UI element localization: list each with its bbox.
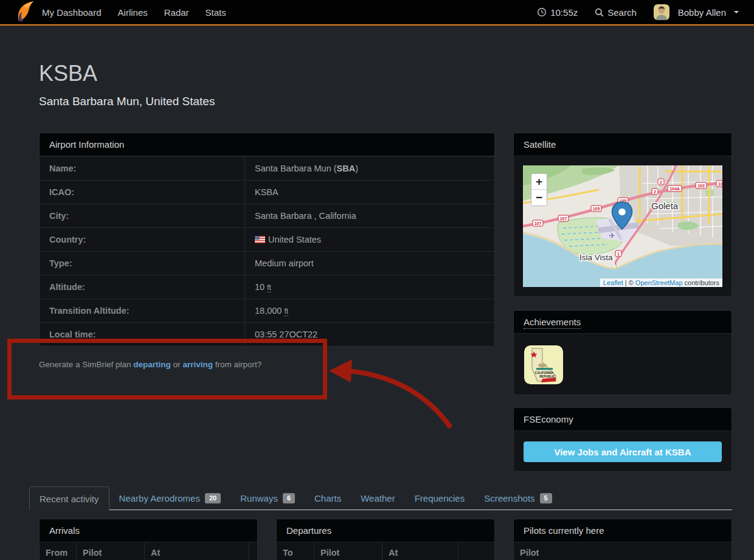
info-row-city: City: Santa Barbara , California bbox=[40, 204, 494, 227]
simbrief-departing-link[interactable]: departing bbox=[133, 360, 171, 369]
svg-text:10: 10 bbox=[718, 182, 722, 186]
achievements-title: Achievements bbox=[524, 317, 581, 329]
map-attribution: Leaflet| ©OpenStreetMapcontributors bbox=[600, 278, 722, 287]
tab-nearby-aerodromes[interactable]: Nearby Aerodromes20 bbox=[109, 486, 231, 510]
main-menu: My Dashboard Airlines Radar Stats bbox=[42, 7, 226, 18]
nav-airlines[interactable]: Airlines bbox=[118, 7, 148, 18]
arrivals-title: Arrivals bbox=[40, 519, 257, 542]
map-label-goleta: Goleta bbox=[651, 201, 679, 211]
map-zoom-control: + − bbox=[531, 173, 547, 206]
annotation-highlight-box bbox=[7, 339, 327, 399]
leaflet-map[interactable]: ✈ 107 107 105 105 2 104A 103 10 2 1 bbox=[523, 165, 722, 287]
achievements-panel: Achievements CALIFORNIA REPUBLIC bbox=[513, 310, 732, 395]
zulu-time-value: 10:55z bbox=[550, 7, 578, 18]
nav-stats[interactable]: Stats bbox=[206, 7, 226, 18]
info-row-transition-altitude: Transition Altitude: 18,000 ft bbox=[40, 299, 494, 322]
california-republic-badge[interactable]: CALIFORNIA REPUBLIC bbox=[524, 345, 563, 384]
unit-abbr: ft bbox=[284, 307, 288, 316]
fseconomy-title: FSEconomy bbox=[514, 408, 732, 431]
fseconomy-panel: FSEconomy View Jobs and Aircraft at KSBA bbox=[513, 407, 732, 472]
nav-my-dashboard[interactable]: My Dashboard bbox=[42, 7, 102, 18]
map-tiles: ✈ 107 107 105 105 2 104A 103 10 2 1 bbox=[523, 165, 722, 287]
svg-text:2: 2 bbox=[660, 180, 662, 184]
simbrief-line: Generate a SimBrief plan departing or ar… bbox=[39, 360, 261, 369]
page-subtitle: Santa Barbara Mun, United States bbox=[39, 95, 215, 108]
svg-text:1: 1 bbox=[617, 252, 620, 256]
departures-panel: Departures To Pilot At bbox=[276, 519, 495, 560]
count-badge: 5 bbox=[540, 493, 552, 503]
airport-information-panel: Airport Information Name: Santa Barbara … bbox=[39, 133, 495, 347]
svg-text:2: 2 bbox=[654, 190, 656, 194]
svg-text:103: 103 bbox=[697, 184, 705, 188]
tab-charts[interactable]: Charts bbox=[305, 486, 351, 510]
departures-title: Departures bbox=[277, 519, 494, 542]
simbrief-arriving-link[interactable]: arriving bbox=[182, 360, 213, 369]
svg-text:107: 107 bbox=[534, 221, 542, 226]
pilots-here-title: Pilots currently here bbox=[514, 519, 732, 542]
info-row-type: Type: Medium airport bbox=[40, 251, 494, 275]
tab-weather[interactable]: Weather bbox=[351, 486, 404, 510]
pilots-header-row: Pilot bbox=[514, 542, 732, 560]
svg-text:104A: 104A bbox=[669, 187, 680, 191]
info-row-country: Country: United States bbox=[40, 227, 494, 251]
map-label-isla-vista: Isla Vista bbox=[579, 253, 613, 262]
nav-radar[interactable]: Radar bbox=[164, 7, 189, 18]
departures-header-row: To Pilot At bbox=[277, 542, 494, 560]
us-flag-icon bbox=[255, 236, 265, 243]
info-row-altitude: Altitude: 10 ft bbox=[40, 275, 494, 299]
openstreetmap-link[interactable]: OpenStreetMap bbox=[635, 279, 683, 286]
tab-runways[interactable]: Runways6 bbox=[230, 486, 305, 510]
arrivals-panel: Arrivals From Pilot At bbox=[39, 519, 258, 560]
airport-information-title: Airport Information bbox=[40, 133, 494, 156]
zoom-in-button[interactable]: + bbox=[531, 174, 547, 190]
info-row-name: Name: Santa Barbara Mun (SBA) bbox=[40, 156, 494, 180]
satellite-panel: Satellite bbox=[513, 133, 732, 297]
svg-text:105: 105 bbox=[593, 207, 600, 211]
page-title: KSBA bbox=[39, 61, 97, 86]
search-label: Search bbox=[607, 7, 637, 18]
pilots-currently-here-panel: Pilots currently here Pilot bbox=[513, 519, 732, 560]
flame-logo-icon[interactable] bbox=[15, 1, 35, 21]
count-badge: 6 bbox=[283, 493, 295, 503]
tab-screenshots[interactable]: Screenshots5 bbox=[474, 486, 562, 510]
svg-text:REPUBLIC: REPUBLIC bbox=[539, 375, 555, 378]
satellite-title: Satellite bbox=[514, 133, 732, 156]
zulu-time: 10:55z bbox=[537, 7, 578, 18]
airport-tabs: Recent activity Nearby Aerodromes20 Runw… bbox=[29, 486, 732, 510]
svg-text:107: 107 bbox=[560, 216, 567, 221]
chevron-down-icon bbox=[734, 11, 739, 13]
top-navbar: My Dashboard Airlines Radar Stats 10:55z… bbox=[0, 0, 754, 26]
tab-frequencies[interactable]: Frequencies bbox=[405, 486, 475, 510]
avatar bbox=[654, 4, 669, 20]
view-jobs-aircraft-button[interactable]: View Jobs and Aircraft at KSBA bbox=[524, 441, 722, 462]
clock-icon bbox=[537, 7, 547, 17]
count-badge: 20 bbox=[205, 493, 221, 503]
info-row-icao: ICAO: KSBA bbox=[40, 180, 494, 204]
user-menu[interactable]: Bobby Allen bbox=[654, 4, 739, 20]
airplane-icon: ✈ bbox=[609, 231, 615, 240]
leaflet-link[interactable]: Leaflet bbox=[603, 279, 623, 286]
user-name: Bobby Allen bbox=[678, 7, 726, 18]
search-icon bbox=[595, 8, 604, 17]
arrivals-header-row: From Pilot At bbox=[40, 542, 257, 560]
unit-abbr: ft bbox=[267, 283, 271, 292]
zoom-out-button[interactable]: − bbox=[531, 190, 547, 206]
info-row-local-time: Local time: 03:55 27OCT22 bbox=[40, 322, 494, 346]
annotation-arrow bbox=[324, 354, 461, 437]
search-menu[interactable]: Search bbox=[595, 7, 637, 18]
tab-recent-activity[interactable]: Recent activity bbox=[29, 486, 109, 510]
